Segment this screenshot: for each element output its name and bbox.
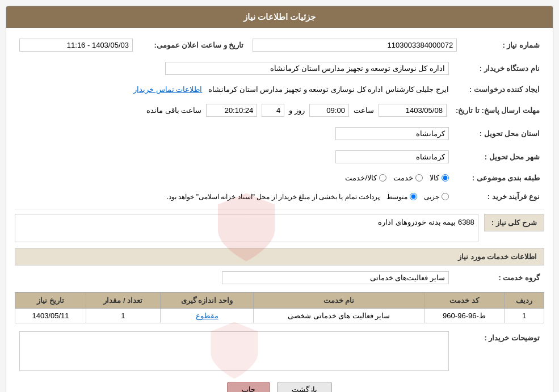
city-label: شهر محل تحویل : <box>453 148 544 166</box>
need-number-label: شماره نیاز : <box>461 36 544 54</box>
category-option-kala[interactable]: کالا <box>430 174 449 182</box>
service-group-label: گروه خدمت : <box>453 269 544 286</box>
cell-name: سایر فعالیت های خدماتی شخصی <box>254 309 424 323</box>
cell-code: ط-96-96-960 <box>424 309 504 323</box>
cell-date: 1403/05/11 <box>15 309 86 323</box>
process-jozi-label: جزیی <box>424 193 439 201</box>
deadline-remaining-label: ساعت باقی مانده <box>146 106 201 115</box>
category-option-khedmat[interactable]: خدمت <box>393 174 423 182</box>
category-khedmat-label: خدمت <box>393 174 413 182</box>
category-kala-khedmat-label: کالا/خدمت <box>345 174 377 182</box>
process-option-jozi[interactable]: جزیی <box>424 193 449 201</box>
cell-unit: مقطوع <box>160 309 254 323</box>
deadline-time: 09:00 <box>309 104 349 117</box>
process-option-motavaset[interactable]: متوسط <box>386 193 417 201</box>
city-value: کرمانشاه <box>335 150 449 163</box>
announcement-date-value: 1403/05/03 - 11:16 <box>19 39 133 52</box>
print-button[interactable]: چاپ <box>227 382 270 392</box>
deadline-date: 1403/05/08 <box>379 104 447 117</box>
col-header-code: کد خدمت <box>424 293 504 309</box>
contact-link[interactable]: اطلاعات تماس خریدار <box>133 85 202 94</box>
col-header-unit: واحد اندازه گیری <box>160 293 254 309</box>
announcement-date-label: تاریخ و ساعت اعلان عمومی: <box>137 36 248 54</box>
buyer-org-value: اداره کل نوسازی توسعه و تجهیز مدارس استا… <box>165 62 449 75</box>
need-number-value: 1103003384000072 <box>253 39 457 52</box>
bottom-buttons: بازگشت چاپ <box>15 382 544 392</box>
category-kala-label: کالا <box>430 174 439 182</box>
cell-qty: 1 <box>86 309 160 323</box>
col-header-name: نام خدمت <box>254 293 424 309</box>
buyer-desc-label: توضیحات خریدار : <box>453 329 544 373</box>
deadline-days-label: روز و <box>289 106 305 115</box>
process-desc: پرداخت تمام یا بخشی از مبلغ خریدار از مح… <box>167 193 380 201</box>
col-header-date: تاریخ نیاز <box>15 293 86 309</box>
province-value: کرمانشاه <box>335 127 449 140</box>
buyer-org-label: نام دستگاه خریدار : <box>453 60 544 77</box>
service-group-value: سایر فعالیت‌های خدماتی <box>222 271 449 284</box>
province-label: استان محل تحویل : <box>453 125 544 142</box>
deadline-days: 4 <box>262 104 284 117</box>
deadline-time-label: ساعت <box>354 106 374 115</box>
category-label: طبقه بندی موضوعی : <box>453 171 544 184</box>
page-title: جزئیات اطلاعات نیاز <box>6 6 553 28</box>
table-row: 1 ط-96-96-960 سایر فعالیت های خدماتی شخص… <box>15 309 544 323</box>
general-desc-value: 6388 بیمه بدنه خودروهای اداره <box>15 214 478 242</box>
deadline-label: مهلت ارسال پاسخ: تا تاریخ: <box>451 102 544 119</box>
general-desc-label: شرح کلی نیاز : <box>484 214 544 231</box>
services-section-label: اطلاعات خدمات مورد نیاز <box>15 248 544 265</box>
category-option-kala-khedmat[interactable]: کالا/خدمت <box>345 174 386 182</box>
cell-row: 1 <box>504 309 544 323</box>
deadline-remaining: 20:10:24 <box>206 104 257 117</box>
back-button[interactable]: بازگشت <box>277 382 332 392</box>
requester-value: ایرج جلیلی کارشناس اداره کل نوسازی توسعه… <box>208 85 449 94</box>
process-label: نوع فرآیند خرید : <box>453 190 544 203</box>
buyer-desc-value <box>19 331 449 371</box>
col-header-qty: تعداد / مقدار <box>86 293 160 309</box>
col-header-row: ردیف <box>504 293 544 309</box>
services-table: ردیف کد خدمت نام خدمت واحد اندازه گیری ت… <box>15 292 544 323</box>
requester-label: ایجاد کننده درخواست : <box>453 83 544 96</box>
process-motavaset-label: متوسط <box>386 193 407 201</box>
